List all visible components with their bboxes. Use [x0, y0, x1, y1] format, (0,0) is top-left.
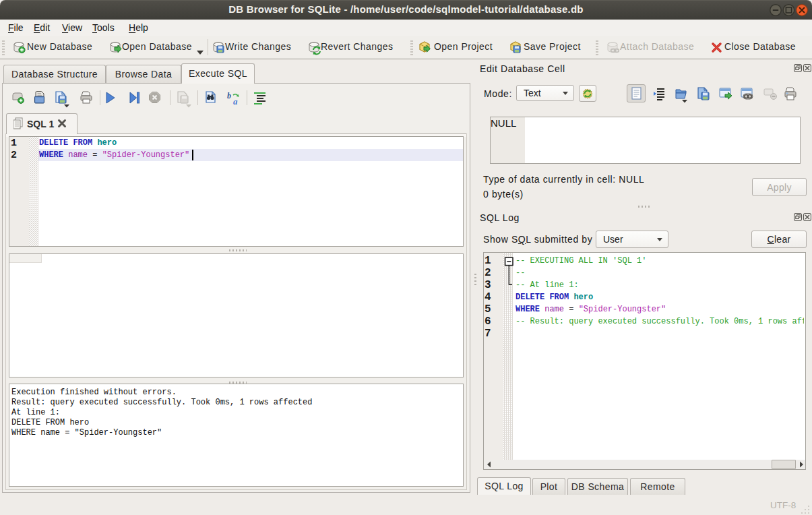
svg-text:b: b: [227, 91, 231, 100]
svg-text:a: a: [233, 96, 238, 107]
